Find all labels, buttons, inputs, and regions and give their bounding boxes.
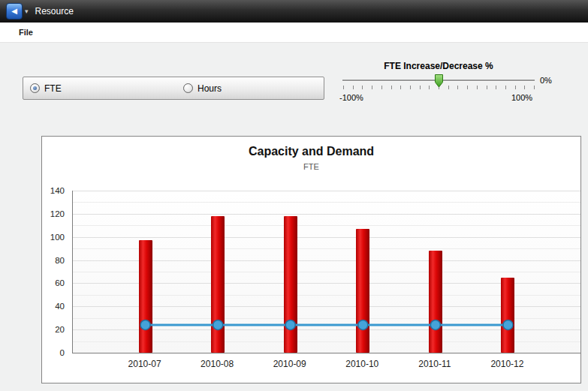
line-marker (503, 320, 513, 329)
y-tick-label: 100 (50, 233, 65, 242)
x-tick-label: 2010-07 (128, 359, 161, 369)
x-tick-label: 2010-08 (201, 359, 234, 369)
line-marker (430, 320, 440, 329)
back-arrow-icon: ◀ (11, 8, 17, 15)
slider-tick (410, 86, 411, 89)
line-marker (213, 320, 223, 329)
slider-tick (477, 86, 478, 89)
slider-tick (381, 86, 382, 89)
x-tick-label: 2010-11 (418, 359, 451, 369)
slider-tick (448, 86, 449, 89)
radio-selected-icon (30, 83, 40, 93)
slider-tick (505, 86, 506, 89)
radio-option-hours[interactable]: Hours (183, 77, 222, 99)
chart-panel: Capacity and Demand FTE 0204060801001201… (41, 136, 581, 383)
radio-option-fte[interactable]: FTE (30, 77, 62, 99)
fte-adjust-slider[interactable] (342, 74, 535, 89)
y-tick-label: 0 (60, 348, 65, 357)
slider-tick (391, 86, 392, 89)
chart-title: Capacity and Demand (42, 145, 580, 158)
x-tick-label: 2010-09 (273, 359, 306, 369)
slider-max-label: 100% (511, 93, 532, 102)
menu-file[interactable]: File (19, 28, 33, 37)
radio-fte-label: FTE (44, 83, 62, 94)
slider-tick (496, 86, 496, 89)
slider-tick (467, 86, 468, 89)
slider-value-label: 0% (540, 76, 552, 85)
slider-tick (400, 86, 401, 89)
slider-tick (487, 86, 487, 89)
y-tick-label: 140 (50, 186, 65, 195)
radio-unselected-icon (183, 83, 193, 93)
radio-hours-label: Hours (198, 83, 222, 94)
unit-toggle-group: FTE Hours (23, 77, 324, 100)
slider-min-label: -100% (339, 93, 363, 102)
slider-tick (420, 86, 421, 89)
y-tick-label: 20 (55, 325, 65, 334)
x-tick-label: 2010-12 (490, 359, 523, 369)
back-button[interactable]: ◀ (6, 3, 23, 20)
y-tick-label: 120 (50, 209, 65, 218)
y-axis-labels: 020406080100120140 (42, 191, 69, 353)
x-tick-label: 2010-10 (345, 359, 378, 369)
slider-tick (534, 86, 535, 89)
line-layer (73, 191, 580, 353)
slider-tick (343, 86, 344, 89)
slider-tick (524, 86, 525, 89)
line-marker (358, 320, 368, 329)
slider-thumb[interactable] (434, 74, 444, 89)
slider-label: FTE Increase/Decrease % (342, 61, 535, 71)
y-tick-label: 80 (55, 256, 65, 265)
window-title: Resource (35, 6, 74, 17)
chart-subtitle: FTE (42, 162, 580, 171)
slider-tick (362, 86, 363, 89)
chevron-down-icon[interactable]: ▾ (25, 8, 29, 15)
slider-tick (372, 86, 372, 89)
slider-tick (429, 86, 430, 89)
x-axis-labels: 2010-072010-082010-092010-102010-112010-… (72, 356, 580, 372)
line-marker (140, 320, 150, 329)
y-tick-label: 40 (55, 302, 65, 311)
line-marker (285, 320, 295, 329)
plot-area (72, 191, 580, 353)
y-tick-label: 60 (55, 278, 65, 287)
slider-tick (457, 86, 458, 89)
menu-bar: File (0, 23, 588, 43)
title-bar: ◀ ▾ Resource (0, 0, 588, 23)
slider-tick (353, 86, 354, 89)
slider-tick (515, 86, 516, 89)
